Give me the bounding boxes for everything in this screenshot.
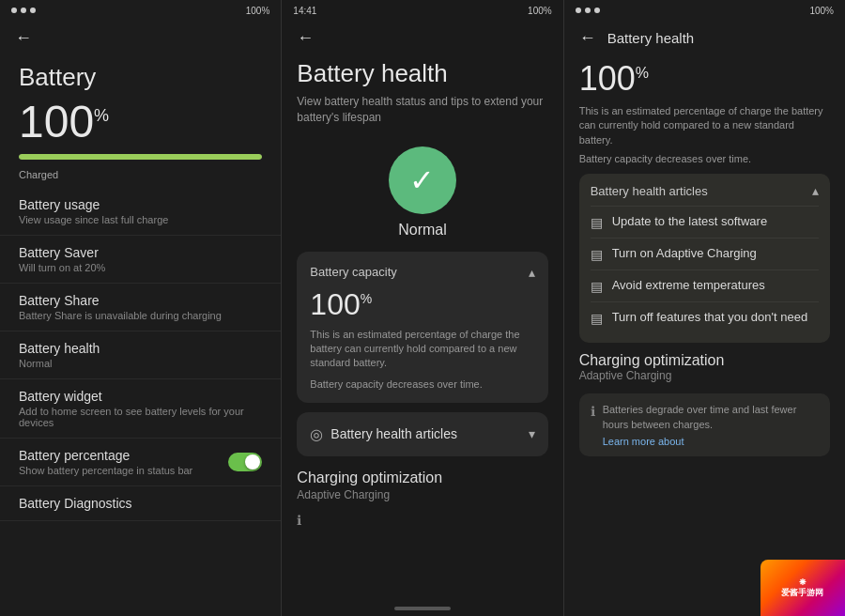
screen1-content: Battery 100% Charged Battery usage View … (0, 55, 281, 616)
s3-note: Battery capacity decreases over time. (579, 153, 830, 174)
battery-status-3: 100% (809, 6, 834, 16)
menu-item-share[interactable]: Battery Share Battery Share is unavailab… (0, 284, 281, 331)
screen-battery: 100% ← Battery 100% Charged Battery usag… (0, 0, 281, 616)
status-right-icons: 100% (246, 6, 270, 16)
article-item-3[interactable]: ▤ Turn off features that you don't need (591, 301, 819, 333)
capacity-note: Battery capacity decreases over time. (310, 378, 534, 390)
s3-info-row: ℹ Batteries degrade over time and last f… (591, 403, 819, 447)
home-indicator-2 (394, 607, 451, 610)
capacity-card-title: Battery capacity (310, 265, 397, 279)
top-bar-3: ← Battery health (564, 21, 845, 55)
articles-card[interactable]: ◎ Battery health articles ▾ (297, 412, 547, 456)
menu-item-health-subtitle: Normal (19, 358, 262, 369)
bottom-bar-2 (282, 601, 562, 616)
check-mark-icon: ✓ (409, 165, 435, 195)
top-bar-1: ← (0, 21, 281, 55)
screen-battery-health: 14:41 100% ← Battery health View battery… (281, 0, 563, 616)
menu-item-percentage[interactable]: Battery percentage Show battery percenta… (0, 439, 281, 486)
articles-section-header[interactable]: Battery health articles ▴ (591, 183, 819, 206)
articles-chevron-icon: ▾ (529, 426, 535, 441)
toggle-knob (245, 454, 260, 470)
signal-dot3-2 (585, 8, 591, 13)
status-time-2: 14:41 (293, 6, 316, 16)
signal-dot2 (21, 8, 26, 13)
charged-label: Charged (0, 167, 281, 188)
charging-opt-title: Charging optimization (579, 352, 830, 369)
s3-info-icon: ℹ (591, 404, 595, 419)
articles-section-expanded: Battery health articles ▴ ▤ Update to th… (579, 174, 830, 343)
battery-percentage-toggle[interactable] (228, 453, 262, 471)
health-title-2: Battery health (297, 55, 547, 94)
charging-section-2: Charging optimization Adaptive Charging (297, 466, 547, 505)
status-left-3 (576, 8, 600, 13)
s3-info-card: ℹ Batteries degrade over time and last f… (579, 393, 830, 456)
battery-status-2: 100% (528, 6, 552, 16)
status-bar-2: 14:41 100% (282, 0, 562, 21)
capacity-percent: 100% (310, 287, 534, 322)
article-icon-3: ▤ (591, 311, 603, 326)
health-circle: ✓ (389, 146, 456, 214)
s3-learn-link[interactable]: Learn more about (603, 436, 819, 447)
charging-sub-2: Adaptive Charging (297, 488, 547, 501)
health-subtitle-2: View battery health status and tips to e… (297, 94, 547, 137)
signal-dot3-1 (576, 8, 581, 13)
articles-section-title: Battery health articles (591, 184, 708, 198)
status-bar-1: 100% (0, 0, 281, 21)
menu-item-widget-title: Battery widget (19, 389, 262, 404)
status-right-3: 100% (809, 6, 834, 16)
back-button-2[interactable]: ← (297, 28, 314, 48)
menu-item-percentage-text: Battery percentage Show battery percenta… (19, 448, 192, 476)
info-row-2: ℹ (297, 505, 547, 528)
menu-item-diagnostics-title: Battery Diagnostics (19, 496, 262, 511)
menu-item-percentage-subtitle: Show battery percentage in status bar (19, 465, 192, 476)
signal-dot3-3 (594, 8, 600, 13)
menu-item-share-subtitle: Battery Share is unavailable during char… (19, 310, 262, 321)
charging-title-2: Charging optimization (297, 470, 547, 486)
article-text-1: Turn on Adaptive Charging (612, 246, 757, 262)
menu-item-health-title: Battery health (19, 341, 262, 356)
s3-percent: 100% (579, 55, 830, 104)
health-circle-container: ✓ Normal (297, 137, 547, 252)
info-icon-2: ℹ (297, 513, 301, 528)
watermark-icon: ❋ (799, 578, 807, 587)
article-item-0[interactable]: ▤ Update to the latest software (591, 206, 819, 238)
menu-item-diagnostics[interactable]: Battery Diagnostics (0, 486, 281, 521)
articles-icon: ◎ (310, 425, 323, 443)
menu-item-share-title: Battery Share (19, 293, 262, 308)
status-left-icons (11, 8, 36, 13)
article-item-2[interactable]: ▤ Avoid extreme temperatures (591, 270, 819, 301)
articles-card-title: Battery health articles (330, 426, 457, 441)
back-button-1[interactable]: ← (15, 28, 32, 48)
s3-info-text: Batteries degrade over time and last few… (603, 403, 819, 432)
capacity-chevron-icon: ▴ (529, 265, 535, 280)
menu-item-percentage-title: Battery percentage (19, 448, 192, 463)
menu-item-health[interactable]: Battery health Normal (0, 331, 281, 379)
signal-dot3 (30, 8, 36, 13)
article-text-3: Turn off features that you don't need (612, 310, 807, 326)
health-status-label: Normal (398, 222, 447, 239)
s3-desc: This is an estimated percentage of charg… (579, 104, 830, 153)
signal-dot (11, 8, 17, 13)
articles-section-chevron: ▴ (812, 183, 819, 198)
back-button-3[interactable]: ← (579, 28, 596, 48)
menu-item-usage-subtitle: View usage since last full charge (19, 214, 262, 225)
article-icon-0: ▤ (591, 215, 603, 230)
status-bar-3: 100% (564, 0, 845, 21)
menu-item-usage[interactable]: Battery usage View usage since last full… (0, 188, 281, 236)
menu-item-saver[interactable]: Battery Saver Will turn on at 20% (0, 236, 281, 284)
menu-item-widget-subtitle: Add to home screen to see battery levels… (19, 406, 262, 428)
article-item-1[interactable]: ▤ Turn on Adaptive Charging (591, 238, 819, 270)
article-icon-1: ▤ (591, 247, 603, 262)
health-title-3-top: Battery health (607, 30, 695, 46)
capacity-desc: This is an estimated percentage of charg… (310, 328, 534, 371)
battery-progress-fill (19, 154, 262, 160)
watermark: ❋ 爱酱手游网 (760, 560, 845, 616)
battery-capacity-card[interactable]: Battery capacity ▴ 100% This is an estim… (297, 252, 547, 403)
screen2-content: Battery health View battery health statu… (282, 55, 562, 601)
card-header: Battery capacity ▴ (310, 265, 534, 280)
menu-item-widget[interactable]: Battery widget Add to home screen to see… (0, 379, 281, 439)
screen3-content: 100% This is an estimated percentage of … (564, 55, 845, 616)
status-right-2: 100% (528, 6, 552, 16)
menu-item-saver-subtitle: Will turn on at 20% (19, 262, 262, 273)
watermark-brand: 爱酱手游网 (781, 587, 823, 599)
